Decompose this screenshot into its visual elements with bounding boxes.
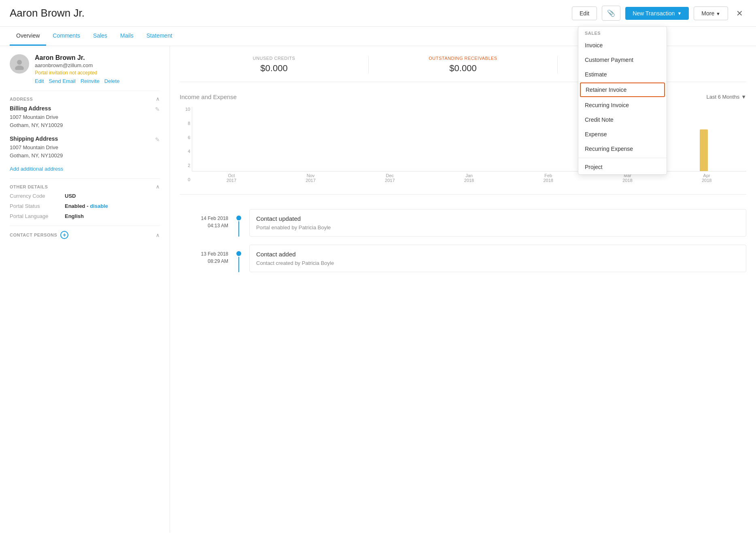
- dropdown-expense[interactable]: Expense: [578, 127, 667, 142]
- contact-header: Aaron Brown Jr. aaronbrown@zillum.com Po…: [10, 54, 160, 84]
- timeline-card-1: Contact updated Portal enabled by Patric…: [249, 209, 746, 237]
- contact-persons-chevron-icon: ∧: [156, 232, 160, 238]
- bar-feb: [508, 107, 586, 171]
- delete-link[interactable]: Delete: [104, 78, 120, 84]
- dropdown-estimate[interactable]: Estimate: [578, 67, 667, 82]
- billing-edit-icon[interactable]: ✎: [155, 106, 160, 112]
- shipping-address-block: Shipping Address 1007 Mountain Drive Got…: [10, 135, 160, 159]
- timeline-line-2: [238, 257, 239, 272]
- attachment-button[interactable]: 📎: [602, 6, 620, 21]
- portal-language-label: Portal Language: [10, 213, 58, 219]
- y-label-8: 8: [180, 121, 190, 126]
- contact-email: aaronbrown@zillum.com: [35, 62, 160, 68]
- timeline-card-desc-2: Contact created by Patricia Boyle: [256, 260, 739, 266]
- new-transaction-button[interactable]: New Transaction ▼: [625, 7, 689, 20]
- x-label-feb: Feb2018: [509, 173, 588, 183]
- tab-comments[interactable]: Comments: [46, 27, 87, 46]
- address-chevron-icon: ∧: [156, 96, 160, 102]
- timeline-dot-2: [236, 251, 241, 256]
- timeline-time-1: 04:13 AM: [180, 222, 228, 229]
- y-label-0: 0: [180, 177, 190, 182]
- dropdown-customer-payment[interactable]: Customer Payment: [578, 53, 667, 67]
- contact-persons-header-group: CONTACT PERSONS +: [10, 231, 68, 239]
- unused-credits-label: UNUSED CREDITS: [188, 56, 360, 61]
- main-content: UNUSED CREDITS $0.000 OUTSTANDING RECEIV…: [170, 46, 756, 533]
- bar-apr: [665, 107, 743, 171]
- chart-title: Income and Expense: [180, 93, 237, 100]
- more-dropdown-icon: ▼: [716, 11, 720, 16]
- contact-persons-title: CONTACT PERSONS: [10, 233, 57, 237]
- x-label-oct: Oct2017: [192, 173, 271, 183]
- x-label-dec: Dec2017: [350, 173, 429, 183]
- dropdown-divider: [578, 158, 667, 158]
- contact-persons-section-header[interactable]: CONTACT PERSONS + ∧: [10, 226, 160, 242]
- dropdown-recurring-invoice[interactable]: Recurring Invoice: [578, 98, 667, 112]
- page-title: Aaron Brown Jr.: [10, 7, 567, 19]
- timeline-connector-2: [236, 245, 241, 272]
- add-contact-person-button[interactable]: +: [60, 231, 68, 239]
- dropdown-project[interactable]: Project: [578, 160, 667, 174]
- dropdown-recurring-expense[interactable]: Recurring Expense: [578, 142, 667, 156]
- outstanding-receivables-label: OUTSTANDING RECEIVABLES: [377, 56, 549, 61]
- dropdown-retainer-invoice[interactable]: Retainer Invoice: [580, 82, 665, 97]
- dropdown-sales-label: SALES: [578, 27, 667, 38]
- new-transaction-label: New Transaction: [633, 10, 675, 17]
- timeline-line-1: [238, 221, 239, 237]
- chart-filter-arrow-icon: ▼: [741, 94, 746, 100]
- currency-code-value: USD: [65, 193, 76, 199]
- bar-jan: [430, 107, 508, 171]
- timeline-card-title-1: Contact updated: [256, 215, 739, 222]
- bar-oct: [195, 107, 274, 171]
- other-details-section-header[interactable]: OTHER DETAILS ∧: [10, 178, 160, 193]
- billing-address-header: Billing Address 1007 Mountain Drive Goth…: [10, 105, 160, 129]
- address-section-header[interactable]: ADDRESS ∧: [10, 91, 160, 105]
- timeline-dot-1: [236, 216, 241, 220]
- bar-dec: [352, 107, 430, 171]
- tab-statement[interactable]: Statement: [140, 27, 179, 46]
- add-additional-address-link[interactable]: Add additional address: [10, 166, 160, 172]
- reinvite-link[interactable]: Reinvite: [81, 78, 100, 84]
- dropdown-arrow-icon: ▼: [677, 11, 682, 16]
- y-label-10: 10: [180, 107, 190, 112]
- chart-filter-button[interactable]: Last 6 Months ▼: [706, 94, 746, 100]
- shipping-address-label: Shipping Address: [10, 135, 63, 142]
- close-button[interactable]: ✕: [733, 7, 746, 20]
- tab-mails[interactable]: Mails: [114, 27, 140, 46]
- disable-portal-link[interactable]: disable: [90, 203, 108, 209]
- timeline-time-2: 08:29 AM: [180, 258, 228, 265]
- dropdown-invoice[interactable]: Invoice: [578, 38, 667, 53]
- portal-status-row: Portal Status Enabled - disable: [10, 203, 160, 209]
- timeline-item-2: 13 Feb 2018 08:29 AM Contact added Conta…: [180, 245, 746, 272]
- tab-overview[interactable]: Overview: [10, 27, 46, 46]
- portal-status-label: Portal Status: [10, 203, 58, 209]
- y-label-4: 4: [180, 149, 190, 154]
- dropdown-credit-note[interactable]: Credit Note: [578, 112, 667, 127]
- unused-credits-value: $0.000: [188, 63, 360, 74]
- header: Aaron Brown Jr. Edit 📎 New Transaction ▼…: [0, 0, 756, 27]
- shipping-address-line2: Gotham, NY, NY10029: [10, 152, 63, 160]
- timeline-connector-1: [236, 209, 241, 237]
- outstanding-receivables-stat: OUTSTANDING RECEIVABLES $0.000: [369, 56, 558, 74]
- portal-language-row: Portal Language English: [10, 213, 160, 219]
- timeline-date-2: 13 Feb 2018 08:29 AM: [180, 245, 228, 272]
- timeline-card-title-2: Contact added: [256, 251, 739, 258]
- shipping-address-line1: 1007 Mountain Drive: [10, 144, 63, 152]
- other-details-chevron-icon: ∧: [156, 184, 160, 190]
- contact-name: Aaron Brown Jr.: [35, 54, 160, 61]
- billing-address-line1: 1007 Mountain Drive: [10, 113, 63, 121]
- tab-sales[interactable]: Sales: [87, 27, 114, 46]
- chart-filter-label: Last 6 Months: [706, 94, 739, 100]
- edit-contact-link[interactable]: Edit: [35, 78, 44, 84]
- portal-status-value: Enabled - disable: [65, 203, 108, 209]
- shipping-edit-icon[interactable]: ✎: [155, 136, 160, 143]
- timeline-card-2: Contact added Contact created by Patrici…: [249, 245, 746, 272]
- edit-button[interactable]: Edit: [572, 6, 597, 20]
- y-label-2: 2: [180, 163, 190, 168]
- timeline-item-1: 14 Feb 2018 04:13 AM Contact updated Por…: [180, 209, 746, 237]
- more-button[interactable]: More ▼: [694, 6, 728, 20]
- send-email-link[interactable]: Send Email: [49, 78, 75, 84]
- bar-apr-fill: [700, 129, 708, 171]
- outstanding-receivables-value: $0.000: [377, 63, 549, 74]
- unused-credits-stat: UNUSED CREDITS $0.000: [180, 56, 369, 74]
- timeline-card-desc-1: Portal enabled by Patricia Boyle: [256, 224, 739, 231]
